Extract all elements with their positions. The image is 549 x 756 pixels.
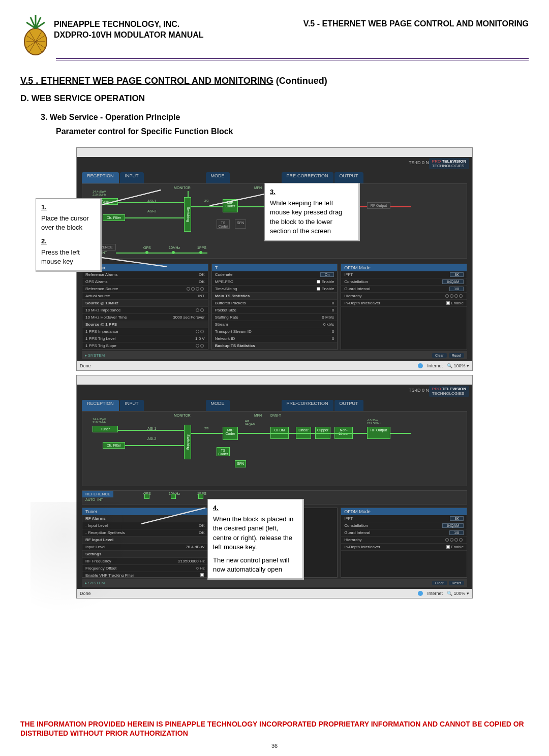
subsection-d: D. WEB SERVICE OPERATION	[20, 93, 529, 104]
block-tscoder[interactable]: TS Coder	[217, 219, 230, 229]
header-rule-2	[56, 60, 529, 60]
tab-reception[interactable]: RECEPTION	[82, 172, 119, 183]
tab-precorrection[interactable]: PRE-CORRECTION	[282, 172, 333, 183]
panel-ofdm: OFDM Mode IFFT8K Constellation64QAM Guar…	[341, 264, 467, 350]
section-title-underline: V.5 . ETHERNET WEB PAGE CONTROL AND MONI…	[20, 76, 273, 86]
block-diagram-2[interactable]: MONITOR MFN DVB-T Tuner 14.4dBµV 219.5MH…	[82, 411, 467, 486]
step-4-text-2: The new control panel will now automatic…	[213, 556, 297, 574]
tab-precorrection[interactable]: PRE-CORRECTION	[282, 400, 333, 411]
system-bar: ▸ SYSTEM ClearReset	[82, 351, 467, 359]
main-tabs: RECEPTION INPUT MODE PRE-CORRECTION OUTP…	[82, 400, 467, 411]
tab-output[interactable]: OUTPUT	[334, 172, 363, 183]
company-name: PINEAPPLE TECHNOLOGY, INC.	[54, 19, 204, 30]
tab-mode[interactable]: MODE	[206, 400, 230, 411]
item-3: 3. Web Service - Operation Principle	[41, 113, 529, 122]
tab-input[interactable]: INPUT	[120, 172, 144, 183]
internet-icon	[418, 363, 423, 368]
item-3-sub: Parameter control for Specific Function …	[56, 127, 529, 136]
clear-button[interactable]: Clear	[432, 353, 447, 358]
block-mipcoder[interactable]: MIP Coder	[223, 427, 238, 440]
screenshots-container: TS-ID 0 NET-ID 0 CELL-ID 0 PRO TELEVISIO…	[76, 147, 473, 598]
header-left: PINEAPPLE TECHNOLOGY, INC. DXDPRO-10VH M…	[54, 19, 204, 41]
callout-1-2: 1. Place the cursor over the block 2. Pr…	[36, 198, 102, 272]
page-number: 36	[0, 743, 549, 749]
manual-name: DXDPRO-10VH MODULATOR MANUAL	[54, 30, 204, 41]
block-rfoutput[interactable]: RF Output	[367, 427, 390, 439]
panel-ofdm-2: OFDM Mode IFFT8K Constellation64QAM Guar…	[341, 508, 467, 578]
panel-ts: T- CodenateOn MPE-FECEnable Time-Slicing…	[211, 264, 338, 350]
header-right: V.5 - ETHERNET WEB PAGE CONTROL AND MONI…	[303, 19, 529, 41]
block-chfilter[interactable]: Ch. Filter	[103, 214, 125, 221]
callout-3: 3. While keeping the left mouse key pres…	[264, 183, 360, 241]
block-switching[interactable]: Switching	[184, 197, 191, 232]
panel-reference: Reference Reference AlarmsOK GPS AlarmsO…	[82, 264, 208, 350]
header-rule	[56, 58, 529, 59]
brand-badge: PRO TELEVISIONTECHNOLOGIES	[429, 158, 469, 169]
step-2-text: Press the left mouse key	[41, 248, 80, 265]
tab-input[interactable]: INPUT	[120, 400, 144, 411]
step-2-label: 2.	[41, 237, 95, 246]
document-header: PINEAPPLE TECHNOLOGY, INC. DXDPRO-10VH M…	[20, 15, 529, 56]
block-rfoutput[interactable]: RF Output	[367, 202, 390, 209]
browser-titlebar	[77, 375, 472, 385]
block-tuner[interactable]: Tuner	[93, 426, 118, 432]
system-bar: ▸ SYSTEM ClearReset	[82, 579, 467, 587]
block-switching[interactable]: Switching	[184, 425, 191, 459]
block-chfilter[interactable]: Ch. Filter	[103, 442, 125, 449]
block-tscoder[interactable]: TS Coder	[217, 447, 230, 456]
step-1-text: Place the cursor over the block	[41, 214, 89, 231]
step-1-label: 1.	[41, 203, 95, 212]
screenshot-1: TS-ID 0 NET-ID 0 CELL-ID 0 PRO TELEVISIO…	[76, 147, 473, 371]
main-tabs: RECEPTION INPUT MODE PRE-CORRECTION OUTP…	[82, 172, 467, 183]
browser-titlebar	[77, 148, 472, 157]
lower-panels: Reference Reference AlarmsOK GPS AlarmsO…	[82, 264, 467, 350]
step-4-label: 4.	[213, 503, 297, 513]
callout-4: 4. When the block is placed in the desir…	[207, 499, 304, 580]
proprietary-footer: THE INFORMATION PROVIDED HEREIN IS PINEA…	[20, 719, 529, 738]
step-4-text-1: When the block is placed in the desired …	[213, 515, 293, 551]
brand-badge: PRO TELEVISIONTECHNOLOGIES	[429, 386, 469, 397]
panel-tuner: Tuner RF Alarms - Input LevelOK - Recept…	[82, 508, 208, 578]
tab-reception[interactable]: RECEPTION	[82, 400, 119, 411]
step-3-text: While keeping the left mouse key pressed…	[270, 199, 342, 235]
section-title: V.5 . ETHERNET WEB PAGE CONTROL AND MONI…	[20, 76, 529, 86]
internet-icon	[418, 591, 423, 596]
step-3-label: 3.	[270, 187, 353, 197]
block-sfn[interactable]: SFN	[235, 460, 246, 467]
block-sfn[interactable]: SFN	[235, 219, 246, 229]
tab-mode[interactable]: MODE	[206, 172, 230, 183]
browser-status-bar: Done Internet🔍 100% ▾	[77, 361, 472, 370]
pineapple-logo-icon	[20, 15, 51, 56]
tab-output[interactable]: OUTPUT	[334, 400, 363, 411]
browser-status-bar: Done Internet🔍 100% ▾	[77, 589, 472, 598]
reset-button[interactable]: Reset	[449, 353, 464, 358]
section-title-suffix: (Continued)	[273, 76, 327, 86]
